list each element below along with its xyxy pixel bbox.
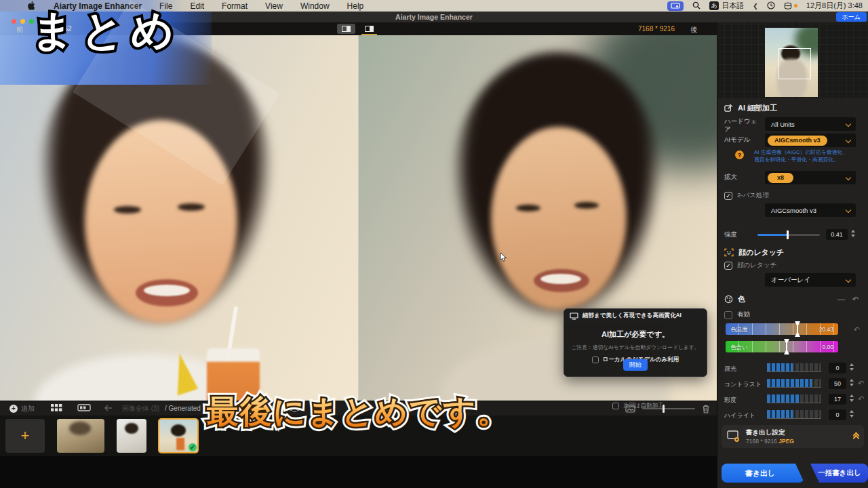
menu-edit[interactable]: Edit [190,1,204,11]
export-settings-icon [727,430,741,443]
saturation-row: 彩度 17 ↶ [717,394,868,405]
navigator-panel [717,22,868,99]
strength-stepper[interactable] [851,230,855,237]
undo-icon[interactable]: ↶ [852,295,859,304]
exposure-value[interactable]: 0 [829,363,846,373]
two-pass-model-dropdown[interactable]: AIGCsmooth v3 [765,203,856,217]
contrast-row: コントラスト 50 ↶ [717,379,868,390]
palette-icon [724,295,733,304]
face-mode-dropdown[interactable]: オーバーレイ [765,273,856,287]
contrast-slider[interactable] [767,379,821,388]
highlight-value[interactable]: 0 [829,409,846,420]
exposure-slider[interactable] [767,363,821,372]
menu-format[interactable]: Format [222,1,248,11]
close-button[interactable] [12,19,16,24]
batch-export-button[interactable]: 一括書き出し [802,464,868,483]
tint-thumb[interactable] [783,339,790,356]
undo-icon[interactable]: ↶ [858,379,864,388]
add-image-button[interactable]: + 追加 [9,404,35,413]
thumbnail-indoor-portrait[interactable] [117,419,146,453]
menu-view[interactable]: View [265,1,283,11]
split-view-button[interactable] [337,24,355,34]
dialog-note: ご注意：適切なAIモデルを自動ダウンロードします。 [564,344,707,351]
filmstrip-view-button[interactable] [77,404,91,413]
stepper[interactable] [850,363,854,371]
breadcrumb-group[interactable]: 画像全体 (3) [122,404,159,413]
thumb-art [69,422,91,435]
local-model-checkbox[interactable] [592,357,599,363]
face-retouch-checkbox[interactable]: ✓ [724,262,732,270]
highlight-slider[interactable] [767,410,821,419]
trash-icon[interactable] [702,405,710,413]
highlight-label: ハイライト [724,411,755,420]
add-image-tile[interactable]: + [5,419,45,453]
scale-dropdown[interactable]: x8 [765,171,856,184]
two-pass-checkbox[interactable]: ✓ [724,192,732,200]
model-dropdown[interactable]: AIGCsmooth v3 [765,134,856,147]
undo-icon[interactable]: ↶ [854,325,860,334]
thumbnail-beach-selected[interactable]: ✓ [159,419,198,453]
minimize-button[interactable] [20,19,25,24]
navigator-viewport[interactable] [778,48,811,79]
selected-check-icon: ✓ [189,443,197,451]
grid-view-button[interactable] [51,404,62,413]
temperature-slider[interactable]: 色温度 20.43 [726,323,838,335]
menu-window[interactable]: Window [300,1,330,11]
maximize-button[interactable] [29,19,34,24]
contrast-value[interactable]: 50 [829,378,846,389]
saturation-slider[interactable] [767,394,821,403]
slider-fill [767,410,793,418]
thumb-art [125,423,138,434]
input-method[interactable]: あ 日本語 [709,1,744,11]
collapse-icon[interactable]: — [837,295,845,303]
tint-slider[interactable]: 色合い 0.00 [726,341,838,352]
navigator-thumbnail[interactable] [765,28,818,97]
strength-slider[interactable] [757,234,820,236]
disk-stack-icon[interactable] [784,2,797,10]
strength-thumb[interactable] [787,230,789,239]
side-by-side-view-button[interactable] [360,24,378,34]
stepper[interactable] [850,410,854,418]
start-button[interactable]: 開始 [623,359,648,371]
traffic-lights [12,19,34,24]
tint-value: 0.00 [822,344,833,350]
strength-value[interactable]: 0.41 [826,229,848,240]
slider-fill [767,394,800,403]
section-ai-enhance: AI 細部加工 [717,102,868,114]
chevron-down-icon [846,175,851,180]
before-label: 前 [16,25,23,35]
view-toggle-group [337,24,378,34]
undo-icon[interactable]: ↶ [858,394,864,403]
collapse-chevron-icon[interactable]: ❮ [753,3,758,9]
model-label: AIモデル [724,136,750,144]
export-settings-title: 書き出し設定 [746,428,785,436]
hardware-dropdown[interactable]: All Units [765,117,856,131]
auto-process-checkbox[interactable] [612,403,619,409]
thumbnail-sepia-portrait[interactable] [57,419,104,453]
screen-share-icon[interactable] [667,1,684,11]
stepper[interactable] [850,379,854,386]
plus-icon: + [9,405,18,413]
back-arrow-icon[interactable] [104,404,113,413]
split-view-icon [342,26,351,32]
export-settings-panel[interactable]: 書き出し設定 7168 * 9216 JPEG [722,425,864,448]
stepper[interactable] [850,394,854,402]
chevron-up-double-icon[interactable] [854,433,859,441]
saturation-value[interactable]: 17 [829,394,846,405]
section-title: AI 細部加工 [738,103,777,113]
color-enable-checkbox[interactable] [724,311,732,319]
clock-icon[interactable] [767,1,775,11]
description-line-2: 画質を鮮明化・平滑化・高画質化。 [754,157,839,163]
face-retouch-icon [724,248,734,257]
mouse-cursor [499,252,508,265]
menu-help[interactable]: Help [347,1,364,11]
temperature-thumb[interactable] [794,321,801,338]
strength-fill [757,234,787,236]
export-button[interactable]: 書き出し [722,464,804,483]
menu-datetime[interactable]: 12月8日(月) 3:48 [806,1,863,11]
home-button[interactable]: ホーム [836,12,867,22]
help-icon[interactable]: ? [735,150,744,159]
dialog-header: 細部まで美しく再現できる高画質化AI [564,309,707,323]
face-mode-row: オーバーレイ [717,272,868,287]
search-icon[interactable] [692,1,701,11]
